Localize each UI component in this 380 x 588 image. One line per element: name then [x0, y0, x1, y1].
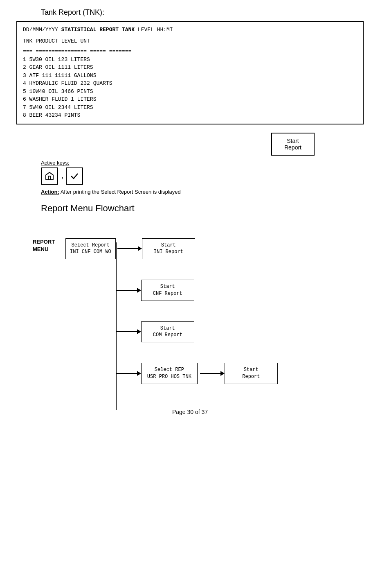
report-row-6: 6 WASHER FLUID 1 LITERS: [23, 95, 357, 104]
home-key-icon[interactable]: [41, 167, 58, 185]
report-separator: === ================ ===== =======: [23, 47, 357, 56]
fc-row-ini: StartINI Report: [116, 238, 278, 260]
action-label: Action:: [41, 189, 59, 195]
arrow-head-rep: [137, 371, 141, 376]
start-report-area: StartReport: [16, 133, 315, 156]
report-column-header: TNK PRODUCT LEVEL UNT: [23, 37, 357, 45]
action-line: Action: After printing the Select Report…: [41, 189, 364, 195]
report-row-8: 8 BEER 43234 PINTS: [23, 111, 357, 120]
report-level-label: LEVEL HH:MI: [135, 27, 173, 33]
fc-row-com: StartCOM Report: [116, 321, 278, 343]
fc-row-rep-arrow2: [200, 371, 225, 376]
vertical-line: [116, 242, 117, 410]
page-footer: Page 30 of 37: [16, 409, 364, 415]
report-menu-label: REPORTMENU: [33, 238, 55, 253]
fc-row-cnf: StartCNF Report: [116, 280, 278, 301]
fc-left-column: Select ReportINI CNF COM WO: [65, 238, 116, 260]
arrow-line-ini: [117, 248, 138, 249]
start-report-button[interactable]: StartReport: [271, 133, 315, 156]
arrow-line-com: [117, 331, 137, 332]
active-keys-label: Active keys:: [41, 160, 364, 166]
arrow-head-com: [137, 329, 141, 334]
arrow-head-cnf: [137, 288, 141, 293]
fc-row-rep: Select REPUSR PRO HOS TNK StartReport: [116, 363, 278, 384]
check-key-icon[interactable]: [66, 167, 83, 185]
fc-row-com-arrow: [117, 329, 141, 334]
flowchart-layout: Select ReportINI CNF COM WO StartINI Rep…: [65, 230, 364, 384]
start-report-final-box: StartReport: [225, 363, 278, 384]
col-tnk: TNK PRODUCT LEVEL UNT: [23, 38, 90, 44]
start-ini-box: StartINI Report: [142, 238, 195, 260]
flowchart-title: Report Menu Flowchart: [41, 203, 364, 214]
select-rep-box: Select REPUSR PRO HOS TNK: [141, 363, 198, 384]
select-report-box: Select ReportINI CNF COM WO: [65, 238, 116, 260]
fc-row-rep-arrow: [117, 371, 141, 376]
start-com-box: StartCOM Report: [141, 321, 194, 343]
fc-row-ini-arrow: [117, 246, 142, 251]
report-row-7: 7 5W40 OIL 2344 LITERS: [23, 104, 357, 112]
arrow-head-ini: [138, 246, 142, 251]
report-title-bold: STATISTICAL REPORT TANK: [61, 27, 135, 33]
fc-row-cnf-arrow: [117, 288, 141, 293]
report-row-2: 2 GEAR OIL 1111 LITERS: [23, 63, 357, 72]
start-cnf-box: StartCNF Report: [141, 280, 194, 301]
report-row-3: 3 ATF 111 11111 GALLONS: [23, 72, 357, 80]
flowchart-container: REPORTMENU Select ReportINI CNF COM WO S…: [33, 230, 364, 384]
report-row-4: 4 HYDRAULIC FLUID 232 QUARTS: [23, 79, 357, 88]
report-display-box: DD/MMM/YYYY STATISTICAL REPORT TANK LEVE…: [16, 21, 364, 124]
arrow-line-rep: [117, 373, 137, 374]
fc-connectors: StartINI Report StartCNF Report StartCOM…: [116, 230, 278, 384]
keys-row: ,: [41, 167, 364, 185]
keys-separator: ,: [61, 172, 63, 180]
action-text: After printing the Select Report Screen …: [61, 189, 181, 195]
report-date-format: DD/MMM/YYYY: [23, 27, 61, 33]
arrow-line-rep2: [200, 373, 220, 374]
arrow-line-cnf: [117, 290, 137, 291]
report-header: DD/MMM/YYYY STATISTICAL REPORT TANK LEVE…: [23, 26, 357, 34]
report-row-5: 5 10W40 OIL 3466 PINTS: [23, 88, 357, 96]
page-title: Tank Report (TNK):: [41, 8, 364, 17]
arrow-head-rep2: [220, 371, 225, 376]
active-keys-section: Active keys: ,: [41, 160, 364, 185]
report-row-1: 1 5W30 OIL 123 LITERS: [23, 56, 357, 64]
